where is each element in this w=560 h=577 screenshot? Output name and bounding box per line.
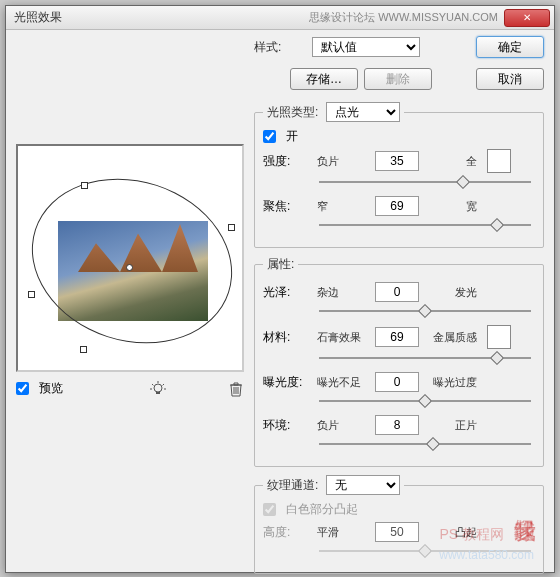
gloss-label: 光泽: — [263, 284, 311, 301]
dialog-window: 光照效果 思缘设计论坛 WWW.MISSYUAN.COM ✕ 预览 — [5, 5, 555, 573]
light-type-group: 光照类型: 点光 开 强度: 负片 全 聚焦: 窄 — [254, 102, 544, 248]
focus-right: 宽 — [425, 199, 477, 214]
exposure-value[interactable] — [375, 372, 419, 392]
properties-legend: 属性: — [263, 256, 298, 273]
ambience-value[interactable] — [375, 415, 419, 435]
light-type-select[interactable]: 点光 — [326, 102, 400, 122]
style-label: 样式: — [254, 39, 306, 56]
ambience-label: 环境: — [263, 417, 311, 434]
content-area: 预览 样式: 默认值 确定 存储… 删除 — [6, 30, 554, 572]
texture-select[interactable]: 无 — [326, 475, 400, 495]
focus-slider[interactable] — [319, 217, 531, 233]
save-button[interactable]: 存储… — [290, 68, 358, 90]
material-label: 材料: — [263, 329, 311, 346]
preview-canvas[interactable] — [16, 144, 244, 372]
ambient-color-swatch[interactable] — [487, 325, 511, 349]
gloss-slider[interactable] — [319, 303, 531, 319]
left-column: 预览 — [16, 36, 244, 562]
exposure-label: 曝光度: — [263, 374, 311, 391]
exposure-slider[interactable] — [319, 393, 531, 409]
preview-controls-row: 预览 — [16, 380, 244, 397]
delete-button: 删除 — [364, 68, 432, 90]
height-slider — [319, 543, 531, 559]
focus-left: 窄 — [317, 199, 369, 214]
titlebar[interactable]: 光照效果 思缘设计论坛 WWW.MISSYUAN.COM ✕ — [6, 6, 554, 30]
ellipse-handle[interactable] — [80, 346, 87, 353]
right-column: 样式: 默认值 确定 存储… 删除 取消 光照类型: 点光 开 — [254, 36, 544, 562]
preview-label: 预览 — [39, 380, 63, 397]
cancel-button[interactable]: 取消 — [476, 68, 544, 90]
gloss-value[interactable] — [375, 282, 419, 302]
intensity-label: 强度: — [263, 153, 311, 170]
ellipse-handle[interactable] — [28, 291, 35, 298]
ellipse-handle[interactable] — [228, 224, 235, 231]
intensity-right: 全 — [425, 154, 477, 169]
ambience-slider[interactable] — [319, 436, 531, 452]
window-title: 光照效果 — [14, 9, 309, 26]
intensity-slider[interactable] — [319, 174, 531, 190]
material-value[interactable] — [375, 327, 419, 347]
focus-label: 聚焦: — [263, 198, 311, 215]
texture-legend: 纹理通道: 无 — [263, 475, 404, 495]
focus-row: 聚焦: 窄 宽 — [263, 196, 535, 216]
height-label: 高度: — [263, 524, 311, 541]
light-on-label: 开 — [286, 128, 298, 145]
style-row: 样式: 默认值 确定 — [254, 36, 544, 58]
white-high-checkbox — [263, 503, 276, 516]
trash-icon[interactable] — [228, 381, 244, 397]
light-color-swatch[interactable] — [487, 149, 511, 173]
height-value — [375, 522, 419, 542]
ellipse-handle[interactable] — [81, 182, 88, 189]
intensity-left: 负片 — [317, 154, 369, 169]
intensity-row: 强度: 负片 全 — [263, 149, 535, 173]
save-delete-row: 存储… 删除 取消 — [254, 68, 544, 90]
white-high-label: 白色部分凸起 — [286, 501, 358, 518]
close-button[interactable]: ✕ — [504, 9, 550, 27]
light-center-handle[interactable] — [126, 264, 133, 271]
properties-group: 属性: 光泽: 杂边 发光 材料: 石膏效果 金属质感 — [254, 256, 544, 467]
texture-group: 纹理通道: 无 白色部分凸起 高度: 平滑 凸起 — [254, 475, 544, 574]
light-type-legend: 光照类型: 点光 — [263, 102, 404, 122]
focus-value[interactable] — [375, 196, 419, 216]
intensity-value[interactable] — [375, 151, 419, 171]
ok-button[interactable]: 确定 — [476, 36, 544, 58]
material-slider[interactable] — [319, 350, 531, 366]
light-on-checkbox[interactable] — [263, 130, 276, 143]
bulb-icon[interactable] — [150, 381, 166, 397]
svg-point-0 — [154, 384, 162, 392]
style-select[interactable]: 默认值 — [312, 37, 420, 57]
preview-checkbox[interactable] — [16, 382, 29, 395]
window-subtitle: 思缘设计论坛 WWW.MISSYUAN.COM — [309, 10, 498, 25]
light-ellipse[interactable] — [16, 153, 244, 368]
